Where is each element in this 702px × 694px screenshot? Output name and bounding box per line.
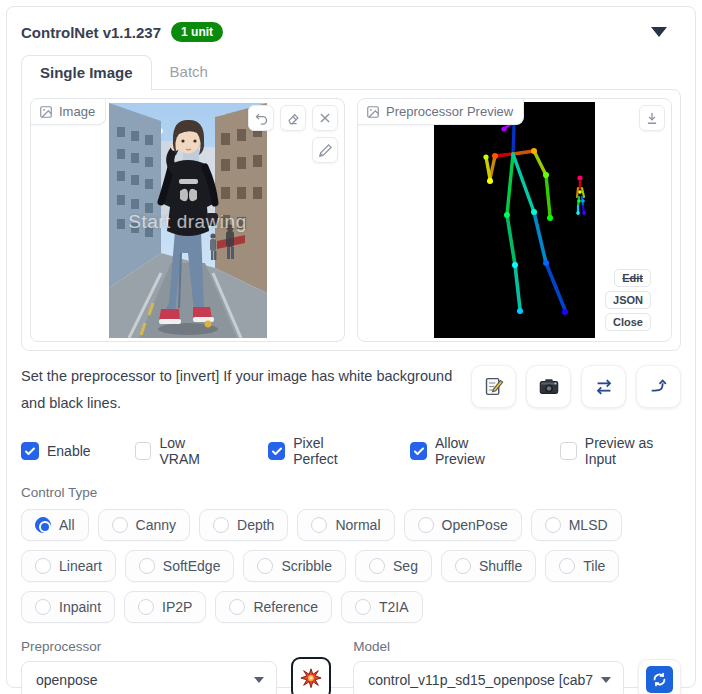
note-row: Set the preprocessor to [invert] If your… (21, 363, 681, 417)
send-dimensions-icon (648, 376, 670, 398)
radio-icon (545, 517, 561, 533)
model-column: Model control_v11p_sd15_openpose [cab7 (353, 639, 624, 694)
clear-icon (318, 111, 332, 125)
run-preprocessor-column (291, 639, 331, 694)
chevron-down-icon (254, 677, 264, 683)
preprocessor-column: Preprocessor openpose (21, 639, 277, 694)
radio-icon (112, 517, 128, 533)
control-type-reference[interactable]: Reference (215, 591, 332, 623)
undo-icon (254, 111, 269, 126)
new-canvas-button[interactable] (471, 365, 516, 408)
download-button[interactable] (639, 105, 665, 131)
collapse-arrow-icon[interactable] (651, 27, 667, 37)
control-type-scribble[interactable]: Scribble (243, 550, 346, 582)
radio-icon (559, 558, 575, 574)
preview-toolbar (639, 105, 665, 131)
radio-icon (213, 517, 229, 533)
sketch-toolbar (312, 137, 338, 163)
control-type-inpaint[interactable]: Inpaint (21, 591, 115, 623)
pose-close-button[interactable]: Close (605, 313, 651, 331)
radio-icon (139, 558, 155, 574)
checkbox-allow-preview[interactable]: Allow Preview (410, 435, 516, 467)
sketch-pen-button[interactable] (312, 137, 338, 163)
radio-selected-icon (35, 517, 51, 533)
radio-icon (355, 599, 371, 615)
control-type-shuffle[interactable]: Shuffle (441, 550, 536, 582)
sketch-pen-icon (318, 143, 333, 158)
options-row: Enable Low VRAM Pixel Perfect Allow Prev… (21, 435, 681, 467)
control-type-tile[interactable]: Tile (545, 550, 619, 582)
mirror-webcam-icon (593, 376, 615, 398)
checkbox-unchecked-icon (560, 442, 577, 460)
radio-icon (311, 517, 327, 533)
eraser-button[interactable] (280, 105, 306, 131)
single-image-panel: Image (21, 89, 681, 351)
webcam-icon (538, 376, 560, 398)
explosion-icon (300, 667, 322, 689)
radio-icon (35, 599, 51, 615)
tab-bar: Single Image Batch (21, 55, 681, 90)
model-row: Preprocessor openpose Model control_v11p… (21, 639, 681, 694)
webcam-button[interactable] (526, 365, 571, 408)
download-icon (645, 111, 659, 125)
chevron-down-icon (601, 677, 611, 683)
send-dimensions-button[interactable] (636, 365, 681, 408)
control-type-ip2p[interactable]: IP2P (124, 591, 206, 623)
control-type-openpose[interactable]: OpenPose (404, 509, 522, 541)
refresh-column (624, 639, 681, 694)
openpose-preview-image[interactable] (434, 102, 595, 338)
control-type-depth[interactable]: Depth (199, 509, 288, 541)
run-preprocessor-button[interactable] (291, 657, 331, 694)
radio-icon (257, 558, 273, 574)
radio-icon (455, 558, 471, 574)
openpose-skeleton (434, 102, 595, 338)
new-canvas-icon (483, 376, 504, 397)
model-value: control_v11p_sd15_openpose [cab7 (368, 672, 593, 688)
control-type-seg[interactable]: Seg (355, 550, 432, 582)
control-type-normal[interactable]: Normal (297, 509, 394, 541)
control-type-lineart[interactable]: Lineart (21, 550, 116, 582)
control-type-softedge[interactable]: SoftEdge (125, 550, 235, 582)
tab-batch[interactable]: Batch (152, 55, 226, 90)
checkbox-low-vram[interactable]: Low VRAM (135, 435, 225, 467)
checkbox-unchecked-icon (135, 442, 152, 460)
pose-edit-button[interactable]: Edit (614, 269, 651, 287)
undo-button[interactable] (248, 105, 274, 131)
unit-count-badge: 1 unit (171, 22, 223, 42)
pose-json-button[interactable]: JSON (605, 291, 651, 309)
control-type-mlsd[interactable]: MLSD (531, 509, 622, 541)
mirror-webcam-button[interactable] (581, 365, 626, 408)
eraser-icon (286, 111, 301, 126)
control-type-t2ia[interactable]: T2IA (341, 591, 423, 623)
checkbox-preview-as-input[interactable]: Preview as Input (560, 435, 681, 467)
preprocessor-dropdown[interactable]: openpose (21, 661, 277, 694)
tab-single-image[interactable]: Single Image (21, 55, 152, 90)
image-icon (39, 105, 53, 119)
checkbox-enable[interactable]: Enable (21, 442, 91, 460)
radio-icon (418, 517, 434, 533)
radio-icon (369, 558, 385, 574)
checkbox-pixel-perfect[interactable]: Pixel Perfect (268, 435, 366, 467)
preprocessor-label: Preprocessor (21, 639, 277, 654)
control-type-options: All Canny Depth Normal OpenPose MLSD Lin… (21, 509, 661, 623)
image-label: Image (31, 99, 106, 125)
preprocessor-value: openpose (36, 672, 246, 688)
input-image-box[interactable]: Image (30, 98, 345, 342)
controlnet-card: ControlNet v1.1.237 1 unit Single Image … (6, 6, 696, 688)
refresh-icon (646, 666, 673, 693)
street-photo-illustration (109, 103, 267, 338)
radio-icon (229, 599, 245, 615)
uploaded-image[interactable]: Start drawing (109, 103, 267, 338)
radio-icon (138, 599, 154, 615)
checkbox-checked-icon (268, 442, 285, 460)
image-icon (366, 105, 380, 119)
checkbox-checked-icon (410, 442, 427, 460)
refresh-models-button[interactable] (638, 659, 681, 694)
control-type-label: Control Type (21, 485, 681, 500)
clear-button[interactable] (312, 105, 338, 131)
model-dropdown[interactable]: control_v11p_sd15_openpose [cab7 (353, 661, 624, 694)
invert-hint-text: Set the preprocessor to [invert] If your… (21, 363, 459, 417)
preprocessor-preview-label: Preprocessor Preview (358, 99, 524, 125)
control-type-all[interactable]: All (21, 509, 89, 541)
control-type-canny[interactable]: Canny (98, 509, 190, 541)
